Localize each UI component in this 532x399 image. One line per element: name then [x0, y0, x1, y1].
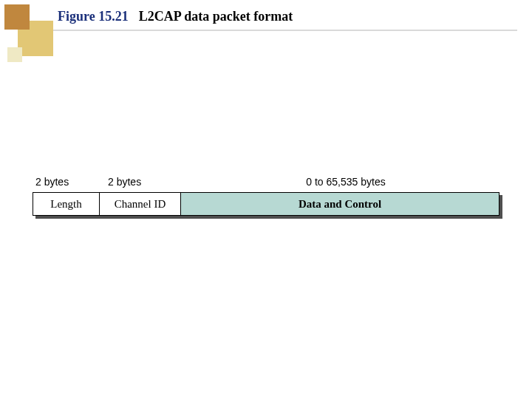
size-data: 0 to 65,535 bytes — [192, 174, 499, 189]
packet-diagram: 2 bytes 2 bytes 0 to 65,535 bytes Length… — [33, 174, 499, 216]
size-row: 2 bytes 2 bytes 0 to 65,535 bytes — [33, 174, 499, 189]
figure-caption: L2CAP data packet format — [139, 9, 293, 24]
size-channel-id: 2 bytes — [105, 174, 192, 189]
field-row: Length Channel ID Data and Control — [33, 192, 499, 216]
field-channel-id: Channel ID — [100, 193, 181, 215]
field-row-wrap: Length Channel ID Data and Control — [33, 192, 499, 216]
decorative-squares — [0, 0, 59, 66]
field-length: Length — [33, 193, 100, 215]
figure-title-row: Figure 15.21 L2CAP data packet format — [58, 9, 293, 24]
square-orange — [4, 4, 30, 30]
figure-label: Figure 15.21 — [58, 9, 129, 24]
field-data-control: Data and Control — [181, 193, 499, 215]
square-light — [7, 47, 22, 62]
title-underline — [52, 30, 517, 31]
size-length: 2 bytes — [33, 174, 105, 189]
